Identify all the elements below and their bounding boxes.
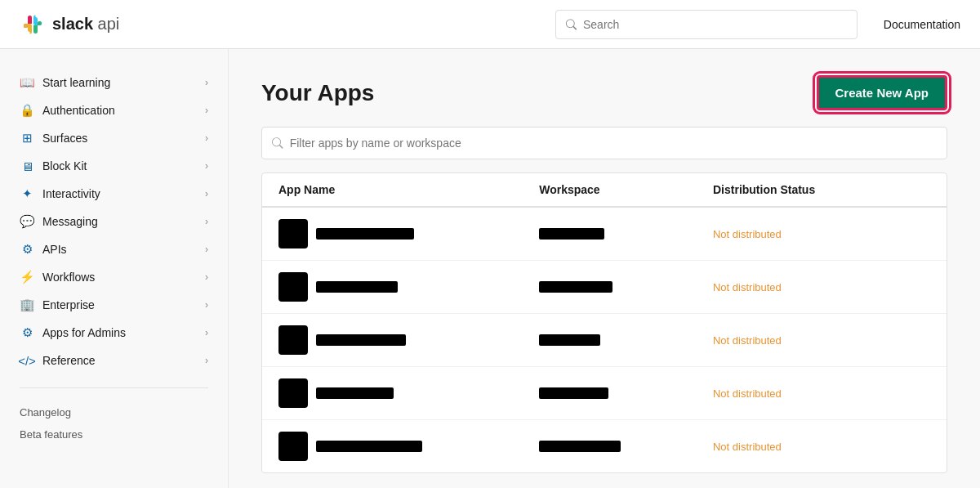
sidebar-item-authentication[interactable]: 🔒 Authentication › <box>0 96 228 124</box>
chevron-right-icon: › <box>205 132 208 144</box>
logo-text: slack api <box>52 15 119 34</box>
sidebar-item-workflows[interactable]: ⚡ Workflows › <box>0 263 228 291</box>
workspace-cell <box>539 228 604 240</box>
cursor-icon: ✦ <box>20 186 34 201</box>
sidebar-item-label: Apps for Admins <box>42 326 126 339</box>
book-icon: 📖 <box>20 75 34 90</box>
table-row[interactable]: Not distributed <box>262 261 947 314</box>
column-app-name: App Name <box>278 183 539 196</box>
chevron-right-icon: › <box>205 327 208 338</box>
table-row[interactable]: Not distributed <box>262 420 947 472</box>
table-row[interactable]: Not distributed <box>262 367 947 420</box>
sidebar: 📖 Start learning › 🔒 Authentication › ⊞ … <box>0 49 229 488</box>
code-icon: </> <box>20 353 34 368</box>
sidebar-item-label: Enterprise <box>42 298 95 311</box>
app-name-cell <box>278 219 539 248</box>
app-icon-placeholder <box>278 325 308 355</box>
search-bar[interactable] <box>555 10 858 39</box>
grid-icon: ⊞ <box>20 131 34 146</box>
chevron-right-icon: › <box>205 355 208 366</box>
logo-area: slack api <box>20 11 119 38</box>
header-nav: Documentation <box>884 18 960 31</box>
admin-icon: ⚙ <box>20 325 34 340</box>
sidebar-item-label: APIs <box>42 243 67 256</box>
sidebar-item-apis[interactable]: ⚙ APIs › <box>0 235 228 263</box>
lock-icon: 🔒 <box>20 103 34 118</box>
sidebar-divider <box>20 387 208 388</box>
sidebar-item-messaging[interactable]: 💬 Messaging › <box>0 208 228 235</box>
workflow-icon: ⚡ <box>20 270 34 284</box>
app-icon-placeholder <box>278 272 308 302</box>
sidebar-item-block-kit[interactable]: 🖥 Block Kit › <box>0 152 228 180</box>
sidebar-item-label: Workflows <box>42 271 95 284</box>
app-name-text <box>316 228 414 240</box>
beta-features-link[interactable]: Beta features <box>0 423 228 445</box>
enterprise-icon: 🏢 <box>20 298 34 312</box>
workspace-cell <box>539 441 621 452</box>
table-header: App Name Workspace Distribution Status <box>262 173 947 208</box>
app-name-text <box>316 387 394 399</box>
status-badge: Not distributed <box>713 334 930 347</box>
status-badge: Not distributed <box>713 228 930 240</box>
layout-icon: 🖥 <box>20 159 34 173</box>
column-distribution-status: Distribution Status <box>713 183 930 196</box>
app-name-text <box>316 281 398 293</box>
changelog-link[interactable]: Changelog <box>0 401 228 423</box>
api-icon: ⚙ <box>20 242 34 257</box>
sidebar-item-interactivity[interactable]: ✦ Interactivity › <box>0 180 228 208</box>
app-name-text <box>316 334 406 346</box>
workspace-cell <box>539 334 600 346</box>
app-name-cell <box>278 272 539 302</box>
sidebar-item-apps-for-admins[interactable]: ⚙ Apps for Admins › <box>0 319 228 347</box>
status-badge: Not distributed <box>713 281 930 293</box>
search-icon <box>272 137 283 149</box>
header: slack api Documentation <box>0 0 980 49</box>
column-workspace: Workspace <box>539 183 713 196</box>
slack-logo-icon <box>20 11 46 38</box>
status-badge: Not distributed <box>713 441 930 453</box>
sidebar-item-label: Messaging <box>42 215 98 228</box>
filter-bar[interactable] <box>261 127 947 159</box>
workspace-cell <box>539 387 608 399</box>
page-header: Your Apps Create New App <box>261 75 947 110</box>
sidebar-item-label: Start learning <box>42 76 110 89</box>
search-icon <box>566 19 577 30</box>
chevron-right-icon: › <box>205 160 208 172</box>
chevron-right-icon: › <box>205 77 208 88</box>
chat-icon: 💬 <box>20 214 34 229</box>
sidebar-item-label: Block Kit <box>42 159 87 172</box>
chevron-right-icon: › <box>205 299 208 311</box>
layout: 📖 Start learning › 🔒 Authentication › ⊞ … <box>0 49 980 488</box>
table-row[interactable]: Not distributed <box>262 208 947 261</box>
app-name-cell <box>278 378 539 408</box>
app-icon-placeholder <box>278 432 308 461</box>
sidebar-item-enterprise[interactable]: 🏢 Enterprise › <box>0 291 228 319</box>
chevron-right-icon: › <box>205 244 208 255</box>
chevron-right-icon: › <box>205 188 208 199</box>
app-name-text <box>316 441 422 452</box>
filter-input[interactable] <box>290 137 937 150</box>
sidebar-item-surfaces[interactable]: ⊞ Surfaces › <box>0 124 228 152</box>
sidebar-item-reference[interactable]: </> Reference › <box>0 347 228 374</box>
table-row[interactable]: Not distributed <box>262 314 947 367</box>
app-name-cell <box>278 432 539 461</box>
app-icon-placeholder <box>278 378 308 408</box>
app-name-cell <box>278 325 539 355</box>
chevron-right-icon: › <box>205 216 208 227</box>
sidebar-item-label: Surfaces <box>42 132 87 145</box>
page-title: Your Apps <box>261 80 374 106</box>
sidebar-item-label: Reference <box>42 354 96 367</box>
app-icon-placeholder <box>278 219 308 248</box>
documentation-link[interactable]: Documentation <box>884 18 960 31</box>
sidebar-item-start-learning[interactable]: 📖 Start learning › <box>0 69 228 96</box>
create-new-app-button[interactable]: Create New App <box>817 75 947 110</box>
status-badge: Not distributed <box>713 387 930 400</box>
sidebar-item-label: Authentication <box>42 104 115 117</box>
search-input[interactable] <box>583 18 847 31</box>
apps-table: App Name Workspace Distribution Status N… <box>261 172 947 473</box>
workspace-cell <box>539 281 612 293</box>
sidebar-item-label: Interactivity <box>42 187 100 200</box>
main-content: Your Apps Create New App App Name Worksp… <box>229 49 980 488</box>
chevron-right-icon: › <box>205 105 208 116</box>
chevron-right-icon: › <box>205 271 208 283</box>
